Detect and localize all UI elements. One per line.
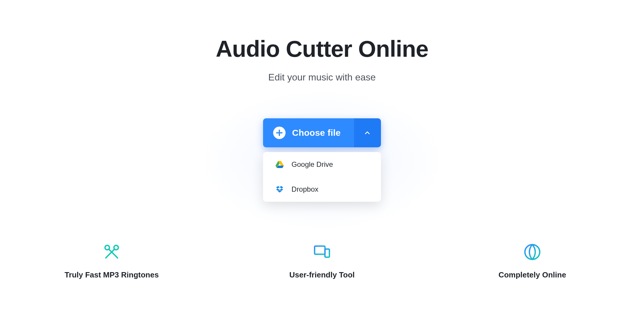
svg-rect-7 xyxy=(315,246,325,254)
choose-file-row: Choose file xyxy=(263,118,381,147)
source-google-drive-label: Google Drive xyxy=(291,160,333,169)
feature-online: Completely Online xyxy=(470,243,595,280)
source-dropdown-toggle[interactable] xyxy=(354,118,381,147)
dropbox-icon xyxy=(275,185,284,194)
chevron-up-icon xyxy=(363,129,371,137)
feature-online-title: Completely Online xyxy=(499,270,566,280)
choose-file-button[interactable]: Choose file xyxy=(263,118,354,147)
google-drive-icon xyxy=(275,160,284,169)
page-subtitle: Edit your music with ease xyxy=(268,72,376,83)
upload-area: Choose file Google Drive xyxy=(263,118,381,202)
globe-icon xyxy=(523,243,541,261)
features-row: Truly Fast MP3 Ringtones User- xyxy=(49,243,595,280)
main-container: Audio Cutter Online Edit your music with… xyxy=(0,0,644,280)
feature-friendly: User-friendly Tool xyxy=(260,243,384,280)
choose-file-label: Choose file xyxy=(292,128,341,138)
source-dropbox-label: Dropbox xyxy=(291,185,318,193)
source-google-drive[interactable]: Google Drive xyxy=(263,152,381,177)
source-dropdown-menu: Google Drive Dropbox xyxy=(263,152,381,202)
scissors-icon xyxy=(103,243,121,261)
feature-friendly-title: User-friendly Tool xyxy=(289,270,355,280)
page-title: Audio Cutter Online xyxy=(216,35,428,62)
plus-icon xyxy=(273,127,286,139)
feature-fast: Truly Fast MP3 Ringtones xyxy=(49,243,174,280)
source-dropbox[interactable]: Dropbox xyxy=(263,177,381,202)
feature-fast-title: Truly Fast MP3 Ringtones xyxy=(65,270,159,280)
devices-icon xyxy=(313,243,331,261)
